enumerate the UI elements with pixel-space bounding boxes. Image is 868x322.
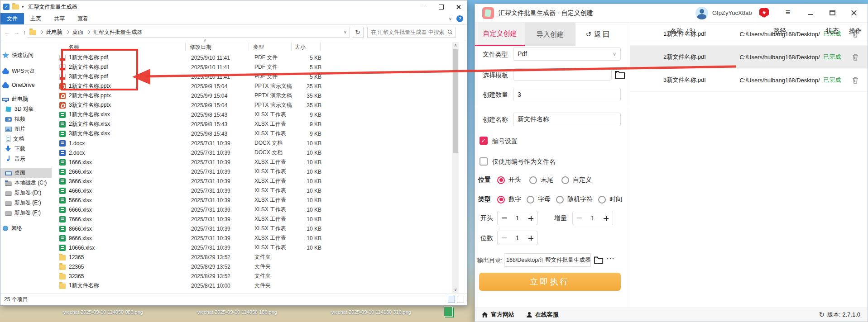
file-row[interactable]: 3新文件名称.xlsx 2025/9/8 15:43 XLSX 工作表 9 KB [54,129,457,138]
file-row[interactable]: 1666.xlsx 2025/7/31 10:39 XLSX 工作表 10 KB [54,157,457,167]
file-row[interactable]: 2新文件名称.xlsx 2025/9/8 15:43 XLSX 工作表 9 KB [54,119,457,129]
breadcrumb-item[interactable]: 汇帮文件批量生成器 [91,28,144,36]
count-input[interactable]: 3 [513,88,621,101]
thumbnail-view-icon[interactable] [457,296,464,303]
radio-option[interactable]: 末尾 [529,176,553,184]
column-header-size[interactable]: 大小 [295,43,306,51]
more-options-icon[interactable]: ⋯ [606,253,614,263]
file-row[interactable]: 2666.xlsx 2025/7/31 10:39 XLSX 工作表 10 KB [54,167,457,176]
desktop-icon-label[interactable]: wechat 2025-09-10 114058 186.png [187,309,287,315]
radio-option[interactable]: 自定义 [561,176,592,184]
breadcrumb[interactable]: 此电脑 桌面 汇帮文件批量生成器 ∨ [27,27,350,38]
digits-stepper[interactable]: 1 [497,231,538,245]
scroll-up-icon[interactable]: ∧ [452,43,459,47]
help-icon[interactable]: ? [456,15,463,22]
scroll-down-icon[interactable]: ∨ [452,287,459,292]
sidebar-item[interactable]: 快速访问 [0,50,52,60]
ribbon-tab[interactable]: 主页 [24,13,48,24]
delete-button[interactable] [844,76,867,84]
plus-icon[interactable] [528,216,533,221]
sidebar-item[interactable]: 新加卷 (D:) [0,188,52,198]
vip-heart-icon[interactable]: ♥ [759,8,769,18]
sidebar-item[interactable]: OneDrive [0,80,52,90]
file-row[interactable]: 2.docx 2025/7/31 10:39 DOCX 文档 10 KB [54,148,457,157]
result-row[interactable]: 3新文件名称.pdf C:/Users/huibang168/Desktop/ … [630,69,868,92]
column-divider[interactable] [291,43,292,51]
only-number-checkbox[interactable] [480,157,488,166]
file-row[interactable]: 7666.xlsx 2025/7/31 10:39 XLSX 工作表 10 KB [54,214,457,224]
increment-stepper[interactable]: 1 [572,211,613,225]
nav-up-icon[interactable]: ↑ [23,29,26,36]
ribbon-collapse-icon[interactable]: ∨ [449,16,452,21]
ribbon-tab[interactable]: 文件 [0,13,24,24]
radio-option[interactable]: 开头 [497,176,521,184]
tab-custom-create[interactable]: 自定义创建 [475,23,525,46]
file-row[interactable]: 1新文件名称 2025/8/21 10:00 文件夹 [54,281,457,290]
support-link[interactable]: 在线客服 [526,311,559,319]
avatar[interactable] [695,7,708,19]
file-row[interactable]: 10666.xlsx 2025/7/31 10:39 XLSX 工作表 10 K… [54,243,457,252]
update-refresh-icon[interactable]: ↻ [819,311,825,319]
browse-folder-icon[interactable] [614,69,625,80]
file-row[interactable]: 3新文件名称.pptx 2025/9/9 15:04 PPTX 演示文稿 35 … [54,100,457,110]
column-divider[interactable] [185,43,186,51]
column-divider[interactable] [320,43,321,51]
address-dropdown-icon[interactable]: ∨ [344,29,347,34]
sidebar-item[interactable]: WPS云盘 [0,66,52,76]
file-type-select[interactable]: Pdf ∨ [513,47,621,61]
scrollbar-thumb[interactable] [453,49,458,153]
minus-icon[interactable] [577,218,582,218]
file-row[interactable]: 8666.xlsx 2025/7/31 10:39 XLSX 工作表 10 KB [54,224,457,233]
account-name[interactable]: GfpZyYucX8ab [712,9,752,16]
nav-forward-icon[interactable]: → [14,29,19,36]
file-row[interactable]: 2新文件名称.pptx 2025/9/9 15:04 PPTX 演示文稿 35 … [54,91,457,100]
file-row[interactable]: 1.docx 2025/7/31 10:39 DOCX 文档 10 KB [54,138,457,148]
sidebar-item[interactable]: 新加卷 (E:) [0,198,52,208]
sidebar-item[interactable]: 新加卷 (F:) [0,208,52,218]
qat-dropdown-icon[interactable]: ▾ [22,5,24,9]
file-row[interactable]: 6666.xlsx 2025/7/31 10:39 XLSX 工作表 10 KB [54,205,457,214]
file-row[interactable]: 5666.xlsx 2025/7/31 10:39 XLSX 工作表 10 KB [54,195,457,205]
delete-button[interactable] [844,53,867,61]
execute-button[interactable]: 立即执行 [479,273,621,291]
details-view-icon[interactable] [448,296,455,303]
app-minimize-button[interactable] [805,9,816,17]
tab-import-create[interactable]: 导入创建 [525,23,575,46]
sidebar-item[interactable]: 文档 [0,134,52,144]
column-divider[interactable] [249,43,249,51]
refresh-button[interactable]: ↻ [352,27,364,38]
ribbon-tab[interactable]: 查看 [71,13,95,24]
file-row[interactable]: 22365 2025/8/29 13:52 文件夹 [54,262,457,271]
back-button[interactable]: ↺ 返 回 [578,23,617,46]
official-site-link[interactable]: 官方网站 [481,311,514,319]
numbering-checkbox[interactable]: ✓ [480,137,488,145]
plus-icon[interactable] [528,236,533,241]
breadcrumb-item[interactable]: 桌面 [71,28,85,36]
sidebar-item[interactable]: 音乐 [0,154,52,164]
template-input[interactable] [513,68,612,81]
sidebar-item[interactable]: 视频 [0,114,52,124]
desktop-icon-label[interactable]: wechat 2025-09-10 114050 083.png [53,309,153,315]
start-stepper[interactable]: 1 [497,211,538,225]
sidebar-item[interactable]: 本地磁盘 (C:) [0,178,52,188]
nav-back-icon[interactable]: ← [4,29,10,36]
menu-icon[interactable]: ≡ [782,8,794,17]
column-header-type[interactable]: 类型 [253,43,264,51]
search-input[interactable]: 在 汇帮文件批量生成器 中搜索 [367,27,456,38]
result-row[interactable]: 2新文件名称.pdf C:/Users/huibang168/Desktop/ … [630,46,868,69]
vertical-scrollbar[interactable]: ∧ ∨ [452,42,459,293]
sidebar-item[interactable]: 网络 [0,223,52,233]
file-row[interactable]: 32365 2025/8/29 13:52 文件夹 [54,271,457,281]
sidebar-item[interactable]: 此电脑 [0,94,52,104]
radio-option[interactable]: 随机字符 [556,195,593,204]
minimize-button[interactable] [415,0,432,13]
desktop-icon-label[interactable]: wechat 2025-09-10 114130 316.png [321,309,421,315]
sidebar-item[interactable]: 桌面 [0,168,52,178]
maximize-button[interactable] [432,0,450,13]
output-dir-input[interactable]: 168/Desktop/汇帮文件批量生成器 [504,253,591,267]
file-row[interactable]: 1新文件名称.xlsx 2025/9/8 15:43 XLSX 工作表 9 KB [54,110,457,119]
sidebar-item[interactable]: 3D 对象 [0,104,52,114]
ribbon-tab[interactable]: 共享 [48,13,71,24]
desktop-file-icon[interactable] [444,307,453,317]
output-folder-icon[interactable] [594,255,604,265]
